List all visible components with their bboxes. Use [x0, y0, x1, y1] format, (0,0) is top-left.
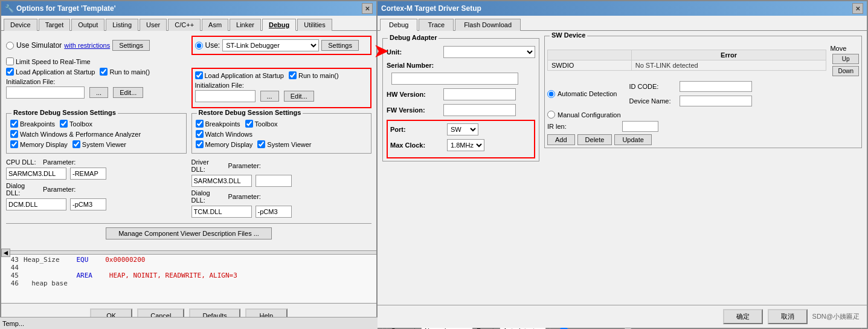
init-file-left-label: Initialization File:	[6, 78, 187, 85]
manage-component-button[interactable]: Manage Component Viewer Description File…	[106, 227, 272, 239]
restore-right-group: Restore Debug Session Settings Breakpoin…	[191, 113, 372, 154]
memory-left-checkbox[interactable]	[10, 140, 18, 148]
run-main-left-label: Run to main()	[100, 68, 150, 76]
driver-dll-param-input[interactable]	[256, 175, 292, 187]
tab-output[interactable]: Output	[71, 19, 104, 31]
device-name-input[interactable]	[680, 96, 752, 106]
left-window-icon: 🔧	[5, 4, 14, 13]
breakpoints-right-checkbox[interactable]	[196, 120, 204, 128]
load-app-row: Load Application at Startup Run to main(…	[6, 68, 371, 108]
right-close-button[interactable]: ✕	[852, 3, 863, 14]
port-select[interactable]: SW JTAG	[447, 123, 478, 135]
tab-utilities[interactable]: Utilities	[297, 19, 332, 31]
unit-row: Unit:	[387, 46, 535, 58]
tab-cpp[interactable]: C/C++	[168, 19, 201, 31]
tab-target[interactable]: Target	[39, 19, 71, 31]
restore-left-inner: Breakpoints Toolbox Watch Windows & Perf…	[10, 120, 182, 148]
driver-dll-input[interactable]	[191, 175, 252, 187]
tab-user[interactable]: User	[140, 19, 167, 31]
dialog-dll-right-param-input[interactable]	[256, 206, 292, 218]
right-panel: Cortex-M Target Driver Setup ✕ Debug Tra…	[378, 0, 868, 329]
simulator-settings-button[interactable]: Settings	[112, 40, 150, 51]
manual-config-radio[interactable]	[547, 111, 555, 119]
fw-version-input[interactable]	[443, 104, 516, 116]
up-button[interactable]: Up	[832, 54, 859, 64]
use-simulator-radio[interactable]	[6, 42, 14, 50]
dll-left: CPU DLL: Parameter: Dialog DLL: Paramete…	[6, 158, 187, 220]
init-edit-left-button[interactable]: Edit...	[113, 87, 143, 98]
init-browse-left-button[interactable]: ...	[89, 87, 108, 98]
down-button[interactable]: Down	[832, 66, 859, 76]
sw-device-label: SW Device	[550, 31, 587, 39]
tab-device[interactable]: Device	[4, 19, 37, 31]
tab-asm[interactable]: Asm	[202, 19, 228, 31]
hw-version-input[interactable]	[443, 88, 516, 100]
confirm-button[interactable]: 确定	[723, 309, 763, 324]
serial-input[interactable]	[391, 73, 518, 85]
right-tab-flash-download[interactable]: Flash Download	[455, 19, 521, 31]
restore-left-row2: Watch Windows & Performance Analyzer	[10, 130, 182, 138]
sw-device-table: Error SWDIO No ST-LINK detected	[547, 50, 826, 71]
restore-sections: Restore Debug Session Settings Breakpoin…	[6, 111, 371, 156]
debugger-settings-button[interactable]: Settings	[321, 40, 359, 51]
auto-detection-radio[interactable]	[547, 90, 555, 98]
serial-input-row	[391, 73, 535, 85]
right-tab-bar: Debug Trace Flash Download	[378, 16, 867, 31]
watch-right-text: Watch Windows	[205, 131, 252, 138]
init-file-right-label: Initialization File:	[195, 82, 368, 89]
sysviewer-left-checkbox[interactable]	[72, 140, 80, 148]
cpu-dll-input[interactable]	[6, 168, 66, 180]
load-app-right-row: Load Application at Startup Run to main(…	[195, 71, 368, 79]
tab-listing[interactable]: Listing	[106, 19, 138, 31]
left-close-button[interactable]: ✕	[362, 3, 373, 14]
move-label: Move Up Down	[830, 45, 859, 76]
code-line-45: 45 AREA HEAP, NOINIT, READWRITE, ALIGN=3	[4, 272, 374, 279]
run-main-right-checkbox[interactable]	[289, 71, 297, 79]
init-edit-right-button[interactable]: Edit...	[284, 91, 314, 102]
tab-debug[interactable]: Debug	[262, 19, 296, 31]
dialog-dll-left-input[interactable]	[6, 198, 66, 210]
load-app-left-checkbox[interactable]	[6, 68, 14, 76]
breakpoints-left-text: Breakpoints	[20, 120, 55, 128]
arrow-indicator: ➤	[374, 41, 388, 61]
breakpoints-left-checkbox[interactable]	[10, 120, 18, 128]
delete-button[interactable]: Delete	[577, 134, 612, 145]
max-clock-row: Max Clock: 1.8MHz 4MHz 8MHz	[390, 139, 532, 151]
toolbox-right-checkbox[interactable]	[245, 120, 253, 128]
right-tab-debug[interactable]: Debug	[380, 19, 417, 31]
manual-config-option: Manual Configuration	[547, 111, 859, 119]
memory-right-checkbox[interactable]	[196, 140, 204, 148]
right-cancel-button[interactable]: 取消	[768, 309, 808, 324]
init-file-right-input[interactable]	[195, 90, 256, 102]
driver-dll-row: Driver DLL: Parameter:	[191, 158, 372, 173]
watch-right-checkbox[interactable]	[196, 130, 204, 138]
dialog-dll-right-input[interactable]	[191, 206, 252, 218]
tab-linker[interactable]: Linker	[230, 19, 261, 31]
load-app-left-text: Load Application at Startup	[16, 68, 95, 76]
id-code-input[interactable]	[680, 81, 752, 92]
limit-speed-checkbox[interactable]	[6, 57, 14, 65]
max-clock-select[interactable]: 1.8MHz 4MHz 8MHz	[447, 139, 484, 151]
sysviewer-right-checkbox[interactable]	[257, 140, 265, 148]
init-browse-right-button[interactable]: ...	[260, 91, 279, 102]
debugger-select[interactable]: ST-Link Debugger	[222, 39, 319, 51]
ir-len-input[interactable]	[622, 121, 658, 132]
debugger-highlighted: Use: ST-Link Debugger Settings	[191, 36, 372, 55]
toolbox-left-checkbox[interactable]	[60, 120, 68, 128]
with-restrictions-link[interactable]: with restrictions	[64, 42, 110, 49]
init-file-left-input[interactable]	[6, 86, 85, 99]
watch-left-checkbox[interactable]	[10, 130, 18, 138]
add-button[interactable]: Add	[547, 134, 575, 145]
id-code-label: ID CODE:	[629, 83, 677, 90]
serial-row: Serial Number:	[387, 62, 535, 69]
unit-select[interactable]	[443, 46, 535, 58]
run-main-left-checkbox[interactable]	[100, 68, 108, 76]
cpu-dll-param-input[interactable]	[70, 168, 106, 180]
use-debugger-radio[interactable]	[195, 42, 203, 50]
code-text-46: heap base	[24, 279, 68, 287]
dialog-dll-left-param-input[interactable]	[70, 198, 106, 210]
update-button[interactable]: Update	[614, 134, 651, 145]
right-tab-trace[interactable]: Trace	[419, 19, 454, 31]
load-app-right-checkbox[interactable]	[195, 71, 203, 79]
debug-adapter-label: Debug Adapter	[388, 34, 439, 41]
